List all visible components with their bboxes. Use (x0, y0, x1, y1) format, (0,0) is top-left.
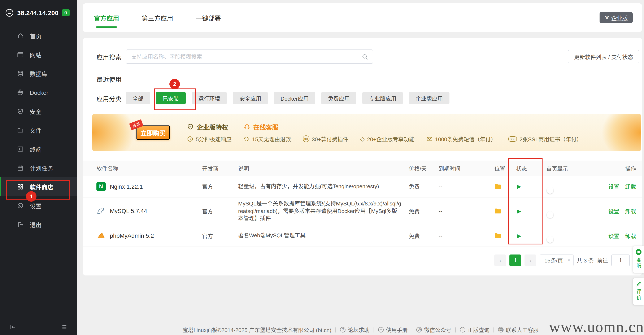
buy-now-button[interactable]: 立即购买 (136, 125, 170, 140)
prev-page-button[interactable]: ‹ (494, 254, 506, 266)
col-expire: 到期时间 (438, 164, 494, 172)
app-expire: -- (438, 208, 494, 214)
feature-paid-plugins: 30+ 30+款付费插件 (302, 135, 348, 143)
service-running-icon[interactable]: ▶ (517, 208, 546, 214)
table-header: 软件名称 开发商 说明 价格/天 到期时间 位置 状态 首页显示 操作 (83, 160, 642, 176)
category-pro-apps[interactable]: 专业版应用 (362, 92, 403, 104)
online-customer-service-link[interactable]: 在线客服 (244, 122, 278, 131)
footer-link-label: 正版查询 (468, 326, 490, 334)
sidebar-item-cron[interactable]: 计划任务 (0, 158, 77, 177)
uninstall-link[interactable]: 卸载 (625, 232, 636, 240)
app-developer: 官方 (202, 207, 238, 215)
category-installed[interactable]: 已安装 (156, 92, 186, 104)
sidebar-item-label: 退出 (30, 220, 42, 229)
feature-label: 1000条免费短信（年付） (435, 135, 496, 143)
open-location-folder-icon[interactable] (494, 208, 516, 214)
server-icon (5, 8, 14, 17)
category-docker-apps[interactable]: Docker应用 (274, 92, 315, 104)
sidebar-item-database[interactable]: 数据库 (0, 64, 77, 83)
sidebar-item-security[interactable]: 安全 (0, 102, 77, 121)
sidebar-item-appstore[interactable]: 软件商店 (0, 177, 77, 196)
feature-refund: 15天无理由退款 (243, 135, 291, 143)
floating-side-panel: 客服 评价 (633, 246, 644, 305)
sidebar-item-docker[interactable]: Docker (0, 83, 77, 102)
category-security-apps[interactable]: 安全应用 (233, 92, 268, 104)
badge-shield-icon (187, 123, 194, 130)
tab-one-click-deploy[interactable]: 一键部署 (195, 12, 222, 24)
terminal-icon (17, 146, 24, 152)
page-number-1[interactable]: 1 (510, 254, 521, 266)
footer-link-wechat[interactable]: W 微信公众号 (416, 326, 451, 334)
online-service-text: 在线客服 (253, 122, 278, 131)
tab-third-party-apps[interactable]: 第三方应用 (141, 12, 174, 24)
sidebar-item-label: 计划任务 (30, 164, 53, 172)
service-running-icon[interactable]: ▶ (517, 232, 546, 239)
customer-service-icon (636, 249, 642, 255)
phpmyadmin-icon (96, 231, 106, 240)
goto-label: 前往 (597, 256, 608, 264)
sidebar-item-files[interactable]: 文件 (0, 121, 77, 140)
feature-exclusive-functions: ◇ 20+企业版专享功能 (360, 135, 415, 143)
banner-features: 5分钟极速响应 15天无理由退款 30+ 30+款付费插件 ◇ 20+企业版专享… (187, 135, 582, 143)
category-enterprise-apps[interactable]: 企业版应用 (409, 92, 450, 104)
category-all[interactable]: 全部 (126, 92, 150, 104)
footer-separator (374, 327, 374, 332)
feature-label: 30+款付费插件 (312, 135, 348, 143)
refund-icon (243, 136, 250, 142)
col-developer: 开发商 (202, 164, 238, 172)
next-page-button[interactable]: › (525, 254, 536, 266)
open-location-folder-icon[interactable] (494, 183, 516, 190)
message-count-badge[interactable]: 0 (62, 9, 70, 16)
search-button[interactable] (357, 50, 373, 63)
table-row: MySQL 5.7.44 官方 MySQL是一个关系数据库管理系统!(支持MyS… (83, 198, 642, 225)
uninstall-link[interactable]: 卸载 (625, 207, 636, 215)
col-status: 状态 (516, 164, 546, 172)
app-search-input[interactable] (126, 50, 357, 63)
settings-link[interactable]: 设置 (608, 232, 619, 240)
footer-separator (336, 327, 336, 332)
page-size-select[interactable]: 15条/页 ▾ (540, 254, 573, 266)
total-count-label: 共 3 条 (577, 256, 594, 264)
copyright-text: 宝塔Linux面板©2014-2025 广东堡塔安全技术有限公司 (bt.cn) (182, 326, 332, 334)
question-circle-icon: ? (340, 327, 346, 332)
service-running-icon[interactable]: ▶ (517, 183, 546, 190)
sidebar-item-terminal[interactable]: 终端 (0, 140, 77, 158)
tab-official-apps[interactable]: 官方应用 (93, 12, 120, 24)
uninstall-link[interactable]: 卸载 (625, 182, 636, 190)
pagination: ‹ 1 › 15条/页 ▾ 共 3 条 前往 页 (83, 254, 638, 266)
sidebar-item-settings[interactable]: 设置 (0, 196, 77, 215)
enterprise-edition-button[interactable]: ♛ 企业版 (600, 12, 633, 23)
search-row: 应用搜索 更新软件列表 / 支付状态 (83, 38, 642, 64)
feature-label: 15天无理由退款 (252, 135, 291, 143)
update-software-list-button[interactable]: 更新软件列表 / 支付状态 (568, 50, 640, 63)
feature-label: 2张SSL商用证书（年付） (520, 135, 582, 143)
sidebar-item-website[interactable]: 网站 (0, 45, 77, 64)
website-icon (17, 51, 24, 58)
docker-icon (17, 89, 24, 96)
collapse-sidebar-icon[interactable] (9, 324, 16, 331)
ssl-badge-icon: SSL (508, 136, 517, 142)
menu-list-icon[interactable] (61, 324, 68, 331)
settings-link[interactable]: 设置 (608, 207, 619, 215)
app-developer: 官方 (202, 232, 238, 240)
sidebar-item-home[interactable]: 首页 (0, 26, 77, 45)
category-free-apps[interactable]: 免费应用 (321, 92, 356, 104)
review-widget[interactable]: 评价 (633, 278, 644, 305)
app-name-cell: MySQL 5.7.44 (96, 206, 202, 216)
footer-link-contact-support[interactable]: ☎ 联系人工客服 (498, 326, 538, 334)
footer-link-label: 联系人工客服 (506, 326, 538, 334)
footer-link-manual[interactable]: ≡ 使用手册 (378, 326, 408, 334)
customer-service-widget[interactable]: 客服 (633, 246, 644, 273)
sidebar-item-logout[interactable]: 退出 (0, 215, 77, 234)
feature-label: 5分钟极速响应 (196, 135, 232, 143)
goto-page-input[interactable] (611, 254, 630, 266)
settings-link[interactable]: 设置 (608, 182, 619, 190)
footer-link-forum-help[interactable]: ? 论坛求助 (340, 326, 370, 334)
open-location-folder-icon[interactable] (494, 232, 516, 239)
manual-book-icon: ≡ (378, 327, 384, 332)
app-expire: -- (438, 183, 494, 190)
footer-link-license-check[interactable]: ! 正版查询 (460, 326, 490, 334)
category-runtime[interactable]: 运行环境 (192, 92, 227, 104)
feature-label: 20+企业版专享功能 (367, 135, 414, 143)
category-row: 应用分类 全部 已安装 运行环境 安全应用 Docker应用 免费应用 专业版应… (83, 84, 642, 104)
